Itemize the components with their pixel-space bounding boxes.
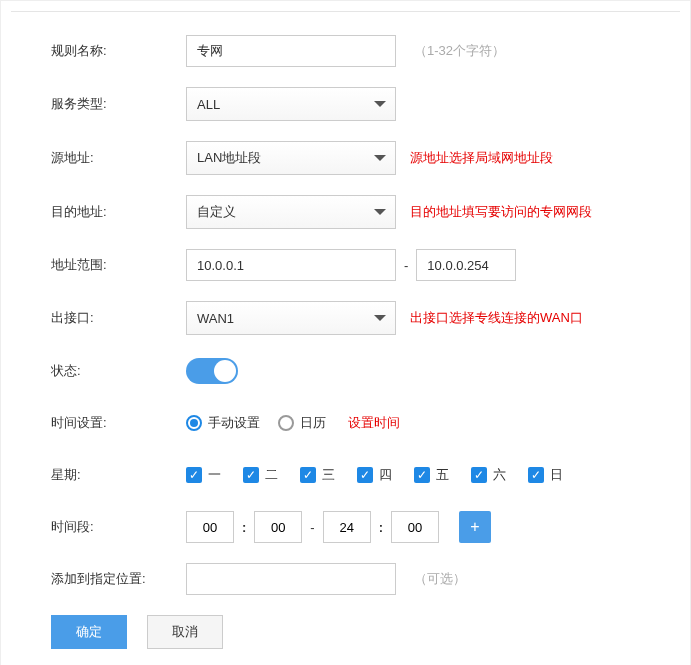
src-addr-label: 源地址: [11, 149, 186, 167]
radio-icon [186, 415, 202, 431]
weekday-label: 六 [493, 466, 506, 484]
src-addr-hint: 源地址选择局域网地址段 [410, 149, 553, 167]
cancel-button[interactable]: 取消 [147, 615, 223, 649]
time-calendar-label: 日历 [300, 414, 326, 432]
checkbox-icon: ✓ [414, 467, 430, 483]
weekday-checkbox-3[interactable]: ✓四 [357, 466, 392, 484]
time-calendar-radio[interactable]: 日历 [278, 414, 326, 432]
src-addr-select[interactable]: LAN地址段 [186, 141, 396, 175]
checkbox-icon: ✓ [186, 467, 202, 483]
add-pos-label: 添加到指定位置: [11, 570, 186, 588]
add-pos-input[interactable] [186, 563, 396, 595]
addr-range-end-input[interactable] [416, 249, 516, 281]
time-set-label: 时间设置: [11, 414, 186, 432]
weekday-label: 四 [379, 466, 392, 484]
weekday-checkbox-4[interactable]: ✓五 [414, 466, 449, 484]
weekday-label: 一 [208, 466, 221, 484]
time-end-min-input[interactable] [391, 511, 439, 543]
weekday-checkbox-0[interactable]: ✓一 [186, 466, 221, 484]
status-toggle[interactable] [186, 358, 238, 384]
checkbox-icon: ✓ [300, 467, 316, 483]
checkbox-icon: ✓ [357, 467, 373, 483]
rule-name-hint: （1-32个字符） [414, 42, 505, 60]
addr-range-start-input[interactable] [186, 249, 396, 281]
weekday-checkbox-5[interactable]: ✓六 [471, 466, 506, 484]
dst-addr-hint: 目的地址填写要访问的专网网段 [410, 203, 592, 221]
time-range-label: 时间段: [11, 518, 186, 536]
time-start-min-input[interactable] [254, 511, 302, 543]
weekday-label: 二 [265, 466, 278, 484]
service-type-label: 服务类型: [11, 95, 186, 113]
time-range-separator: - [310, 520, 314, 535]
time-end-hour-input[interactable] [323, 511, 371, 543]
add-time-button[interactable]: + [459, 511, 491, 543]
weekday-label: 三 [322, 466, 335, 484]
time-manual-label: 手动设置 [208, 414, 260, 432]
add-pos-hint: （可选） [414, 570, 466, 588]
time-manual-radio[interactable]: 手动设置 [186, 414, 260, 432]
out-if-hint: 出接口选择专线连接的WAN口 [410, 309, 583, 327]
service-type-select[interactable]: ALL [186, 87, 396, 121]
checkbox-icon: ✓ [528, 467, 544, 483]
checkbox-icon: ✓ [471, 467, 487, 483]
rule-name-label: 规则名称: [11, 42, 186, 60]
week-label: 星期: [11, 466, 186, 484]
toggle-knob [214, 360, 236, 382]
weekday-checkbox-2[interactable]: ✓三 [300, 466, 335, 484]
checkbox-icon: ✓ [243, 467, 259, 483]
radio-icon [278, 415, 294, 431]
weekday-checkbox-6[interactable]: ✓日 [528, 466, 563, 484]
out-if-label: 出接口: [11, 309, 186, 327]
weekday-label: 日 [550, 466, 563, 484]
dst-addr-label: 目的地址: [11, 203, 186, 221]
rule-name-input[interactable] [186, 35, 396, 67]
out-if-select[interactable]: WAN1 [186, 301, 396, 335]
status-label: 状态: [11, 362, 186, 380]
weekday-label: 五 [436, 466, 449, 484]
time-start-hour-input[interactable] [186, 511, 234, 543]
range-separator: - [404, 258, 408, 273]
time-colon: : [379, 520, 383, 535]
weekday-checkbox-1[interactable]: ✓二 [243, 466, 278, 484]
dst-addr-select[interactable]: 自定义 [186, 195, 396, 229]
addr-range-label: 地址范围: [11, 256, 186, 274]
ok-button[interactable]: 确定 [51, 615, 127, 649]
time-set-hint: 设置时间 [348, 414, 400, 432]
time-colon: : [242, 520, 246, 535]
